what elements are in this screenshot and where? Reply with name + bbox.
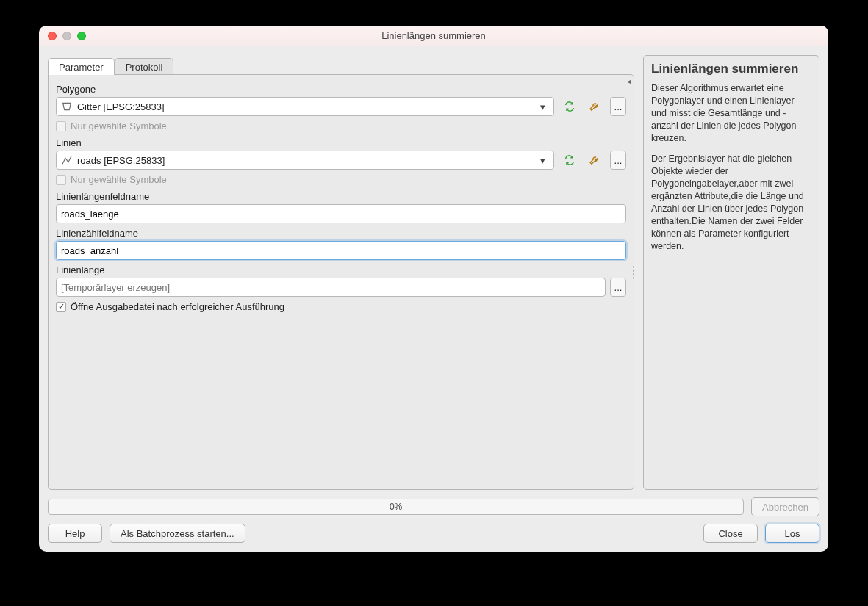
button-bar: Help Als Batchprozess starten... Close L… [48, 524, 819, 543]
left-column: Parameter Protokoll ◂ Polygone Gitter [E… [48, 55, 634, 490]
linien-selected-only-checkbox [56, 175, 66, 185]
help-paragraph-2: Der Ergebnislayer hat die gleichen Objek… [651, 153, 811, 252]
output-label: Linienlänge [56, 261, 626, 276]
iterate-icon [564, 154, 575, 166]
help-paragraph-1: Dieser Algorithmus erwartet eine Polygon… [651, 82, 811, 144]
polygone-layer-value: Gitter [EPSG:25833] [77, 101, 531, 112]
linien-layer-select[interactable]: roads [EPSG:25833] ▾ [56, 151, 554, 170]
progress-bar: 0% [48, 499, 744, 515]
linien-row: roads [EPSG:25833] ▾ ... [56, 151, 626, 170]
help-button[interactable]: Help [48, 524, 102, 543]
length-field-input[interactable] [56, 204, 626, 223]
polygone-row: Gitter [EPSG:25833] ▾ ... [56, 97, 626, 116]
chevron-down-icon: ▾ [536, 155, 549, 166]
open-after-label: Öffne Ausgabedatei nach erfolgreicher Au… [71, 301, 284, 312]
tab-protokoll[interactable]: Protokoll [115, 58, 174, 75]
polygone-layer-select[interactable]: Gitter [EPSG:25833] ▾ [56, 97, 554, 116]
run-batch-button[interactable]: Als Batchprozess starten... [110, 524, 245, 543]
linien-layer-value: roads [EPSG:25833] [77, 155, 531, 166]
output-row: ... [56, 278, 626, 297]
iterate-features-button[interactable] [560, 97, 579, 116]
cancel-progress-button: Abbrechen [751, 497, 819, 516]
titlebar: Linienlängen summieren [39, 26, 828, 46]
count-field-input[interactable] [56, 241, 626, 260]
wrench-icon [589, 101, 600, 112]
advanced-options-button[interactable] [585, 97, 604, 116]
count-field-label: Linienzählfeldname [56, 225, 626, 239]
parameter-panel: ◂ Polygone Gitter [EPSG:25833] ▾ [48, 74, 634, 490]
run-button[interactable]: Los [765, 524, 819, 543]
help-title: Linienlängen summieren [651, 62, 811, 76]
close-button[interactable]: Close [703, 524, 758, 543]
advanced-options-button-2[interactable] [585, 151, 604, 170]
progress-row: 0% Abbrechen [48, 497, 819, 516]
iterate-icon [564, 101, 575, 112]
line-layer-icon [61, 154, 73, 166]
tab-parameter[interactable]: Parameter [48, 58, 115, 75]
linien-selected-only-label: Nur gewählte Symbole [71, 174, 167, 185]
length-field-label: Linienlängenfeldname [56, 188, 626, 203]
polygone-selected-only-label: Nur gewählte Symbole [71, 120, 167, 131]
polygone-browse-button[interactable]: ... [610, 97, 626, 116]
upper-area: Parameter Protokoll ◂ Polygone Gitter [E… [48, 55, 819, 490]
linien-selected-only-row: Nur gewählte Symbole [56, 171, 626, 187]
output-browse-button[interactable]: ... [610, 278, 626, 297]
open-after-checkbox[interactable]: ✓ [56, 302, 66, 312]
tab-bar: Parameter Protokoll [48, 55, 634, 74]
wrench-icon [589, 154, 600, 166]
help-panel: Linienlängen summieren Dieser Algorithmu… [643, 55, 819, 490]
splitter-handle[interactable] [633, 267, 634, 279]
window-title: Linienlängen summieren [39, 30, 828, 41]
window-close-button[interactable] [48, 32, 57, 40]
output-input[interactable] [56, 278, 606, 297]
iterate-features-button-2[interactable] [560, 151, 579, 170]
chevron-down-icon: ▾ [536, 101, 549, 112]
linien-browse-button[interactable]: ... [610, 151, 626, 170]
polygone-selected-only-row: Nur gewählte Symbole [56, 118, 626, 133]
polygon-layer-icon [61, 101, 73, 112]
linien-label: Linien [56, 134, 626, 149]
polygone-selected-only-checkbox [56, 121, 66, 131]
dialog-window: Linienlängen summieren Parameter Protoko… [39, 26, 828, 552]
window-zoom-button[interactable] [77, 32, 86, 40]
polygone-label: Polygone [56, 81, 626, 95]
window-minimize-button[interactable] [62, 32, 71, 40]
progress-text: 0% [390, 502, 402, 512]
collapse-handle-icon[interactable]: ◂ [627, 77, 631, 85]
open-after-row[interactable]: ✓ Öffne Ausgabedatei nach erfolgreicher … [56, 298, 626, 314]
dialog-body: Parameter Protokoll ◂ Polygone Gitter [E… [39, 46, 828, 552]
traffic-lights [39, 32, 86, 40]
